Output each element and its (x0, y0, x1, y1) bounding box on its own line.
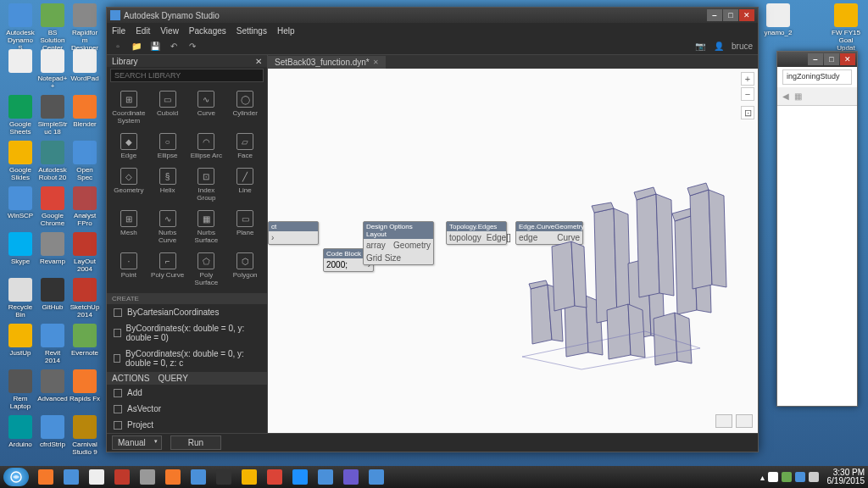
menu-edit[interactable]: Edit (136, 26, 150, 36)
desktop-icon[interactable]: Google Chrome (37, 186, 68, 227)
explorer-minimize[interactable]: ‒ (808, 53, 823, 65)
close-button[interactable]: ✕ (739, 9, 754, 21)
category-face[interactable]: ▱Face (226, 130, 264, 163)
library-close-icon[interactable]: ✕ (255, 57, 262, 66)
explorer-address[interactable]: ingZoningStudy (782, 69, 852, 85)
node-topology-edges[interactable]: Topology.Edges topologyEdge[] (446, 221, 507, 245)
node-design-options[interactable]: Design Options Layout arrayGeometry Grid… (363, 221, 434, 265)
desktop-icon[interactable]: Revit 2014 (37, 324, 68, 364)
category-plane[interactable]: ▭Plane (226, 207, 264, 247)
category-mesh[interactable]: ⊞Mesh (110, 207, 147, 247)
tray-up-icon[interactable]: ▴ (760, 473, 765, 482)
minimize-button[interactable]: ‒ (707, 9, 722, 21)
taskbar-app[interactable] (110, 468, 134, 486)
desktop-icon[interactable]: Notepad++ (37, 49, 68, 90)
menu-packages[interactable]: Packages (189, 26, 226, 36)
desktop-icon[interactable]: LayOut 2004 (70, 232, 100, 273)
save-icon[interactable]: 💾 (149, 41, 161, 53)
menu-file[interactable]: File (112, 26, 125, 36)
category-coordinate-system[interactable]: ⊞Coordinate System (110, 87, 147, 128)
maximize-button[interactable]: □ (723, 9, 738, 21)
category-polygon[interactable]: ⬡Polygon (226, 249, 264, 290)
camera-icon[interactable]: 📷 (694, 41, 706, 53)
taskbar-app[interactable] (59, 468, 83, 486)
taskbar-app[interactable] (186, 468, 210, 486)
start-button[interactable] (3, 468, 29, 486)
menu-help[interactable]: Help (277, 26, 295, 36)
category-poly-curve[interactable]: ⌐Poly Curve (149, 249, 186, 290)
category-nurbs-curve[interactable]: ∿Nurbs Curve (149, 207, 186, 247)
explorer-maximize[interactable]: □ (824, 53, 839, 65)
desktop-icon[interactable]: Skype (5, 232, 36, 265)
action-item[interactable]: AsVector (107, 401, 267, 417)
tray-network-icon[interactable] (795, 472, 805, 482)
desktop-icon[interactable]: Google Sheets (5, 95, 36, 136)
desktop-icon[interactable]: Rem Laptop (5, 369, 36, 410)
menu-view[interactable]: View (160, 26, 179, 36)
desktop-icon[interactable]: WordPad (70, 49, 100, 82)
desktop-icon[interactable]: WinSCP (5, 186, 36, 219)
search-input[interactable] (110, 69, 264, 82)
document-tab[interactable]: SetBack03_function.dyn* ✕ (268, 56, 386, 69)
menu-settings[interactable]: Settings (236, 26, 267, 36)
desktop-icon[interactable]: Analyst FPro (70, 186, 100, 227)
run-mode-dropdown[interactable]: Manual (112, 435, 162, 450)
desktop-icon[interactable]: FW FY15 Goal Updat (831, 3, 861, 52)
taskbar-app[interactable] (263, 468, 287, 486)
explorer-close[interactable]: ✕ (840, 53, 855, 65)
desktop-icon[interactable]: GitHub (37, 278, 68, 311)
taskbar-app[interactable] (161, 468, 185, 486)
desktop-icon[interactable]: Autodesk Robot 20 (37, 141, 68, 181)
category-index-group[interactable]: ⊡Index Group (188, 164, 225, 205)
desktop-icon[interactable] (5, 49, 36, 75)
user-icon[interactable]: 👤 (713, 41, 725, 53)
taskbar-app[interactable] (339, 468, 363, 486)
category-edge[interactable]: ◆Edge (110, 130, 147, 163)
desktop-icon[interactable]: BS Solution Center (37, 3, 68, 52)
section-create[interactable]: CREATE (107, 293, 267, 304)
category-cylinder[interactable]: ◯Cylinder (226, 87, 264, 128)
action-item[interactable]: Project (107, 417, 267, 433)
zoom-in-button[interactable]: + (741, 72, 754, 86)
desktop-icon[interactable]: Carnival Studio 9 (70, 415, 100, 456)
taskbar-app[interactable] (85, 468, 108, 486)
node-item[interactable]: ByCoordinates(x: double = 0, y: double =… (107, 346, 267, 371)
node-extract[interactable]: ct › (268, 221, 319, 245)
tray-icon[interactable] (768, 472, 778, 482)
taskbar-app[interactable] (314, 468, 337, 486)
desktop-icon[interactable]: JustUp (5, 324, 36, 357)
taskbar-app[interactable] (34, 468, 58, 486)
category-ellipse-arc[interactable]: ◠Ellipse Arc (188, 130, 225, 163)
category-geometry[interactable]: ◇Geometry (110, 164, 147, 205)
tray-icon[interactable] (782, 472, 792, 482)
desktop-icon[interactable]: Recycle Bin (5, 278, 36, 319)
desktop-icon[interactable]: Advanced (37, 369, 68, 402)
category-curve[interactable]: ∿Curve (188, 87, 225, 128)
redo-icon[interactable]: ↷ (186, 41, 198, 53)
section-actions[interactable]: ACTIONS (112, 374, 149, 383)
desktop-icon[interactable]: Autodesk Dynamo S (5, 3, 36, 52)
open-icon[interactable]: 📁 (131, 41, 142, 53)
desktop-icon[interactable]: Google Slides (5, 141, 36, 181)
desktop-icon[interactable]: Open Spec (70, 141, 100, 181)
category-point[interactable]: ·Point (110, 249, 147, 290)
category-line[interactable]: ╱Line (226, 164, 264, 205)
category-cuboid[interactable]: ▭Cuboid (149, 87, 186, 128)
clock[interactable]: 3:30 PM 6/19/2015 (827, 469, 865, 485)
undo-icon[interactable]: ↶ (168, 41, 180, 53)
desktop-icon[interactable]: Arduino (5, 415, 36, 448)
category-poly-surface[interactable]: ⬠Poly Surface (188, 249, 225, 290)
taskbar-app[interactable] (364, 468, 388, 486)
node-item[interactable]: ByCartesianCoordinates (107, 304, 267, 320)
category-helix[interactable]: §Helix (149, 164, 186, 205)
desktop-icon[interactable]: Evernote (70, 324, 100, 357)
zoom-fit-button[interactable]: ⊡ (741, 106, 754, 119)
node-item[interactable]: ByCoordinates(x: double = 0, y: double =… (107, 320, 267, 346)
section-query[interactable]: QUERY (158, 374, 187, 383)
action-item[interactable]: Add (107, 385, 267, 401)
category-nurbs-surface[interactable]: ▦Nurbs Surface (188, 207, 225, 247)
new-icon[interactable]: ▫ (112, 41, 124, 53)
nav-mode-2[interactable] (736, 414, 753, 428)
view-icon[interactable]: ▦ (794, 92, 802, 101)
tray-volume-icon[interactable] (809, 472, 819, 482)
